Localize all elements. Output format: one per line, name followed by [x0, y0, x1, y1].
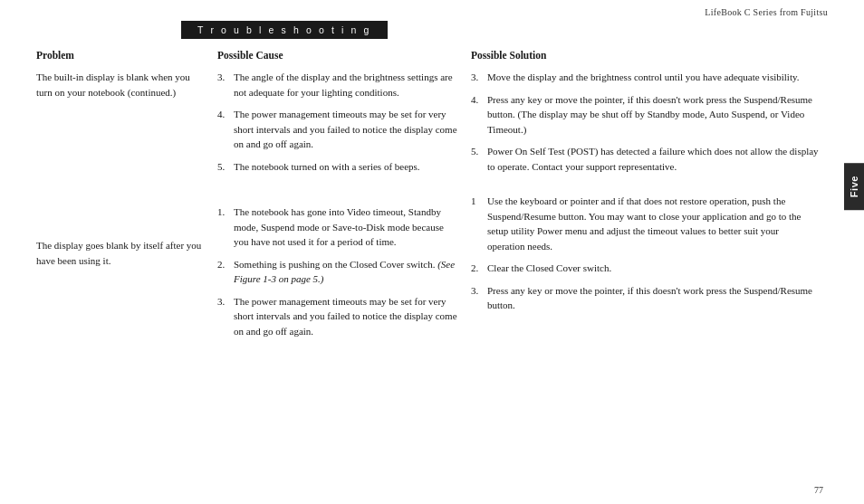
page-container: LifeBook C Series from Fujitsu T r o u b…	[0, 0, 864, 504]
cause2-item1-text: The notebook has gone into Video timeout…	[234, 204, 457, 250]
cause2-item1-number: 1.	[217, 204, 234, 250]
cause1-item1: 3. The angle of the display and the brig…	[217, 70, 457, 100]
section-gap1	[36, 107, 204, 127]
cause1-item2: 4. The power management timeouts may be …	[217, 107, 457, 152]
cause2-item1: 1. The notebook has gone into Video time…	[217, 204, 457, 250]
solution1-item1: 3. Move the display and the brightness c…	[471, 70, 819, 85]
solution2-item2-text: Clear the Closed Cover switch.	[487, 261, 819, 276]
chapter-tab: Five	[844, 163, 864, 210]
cause1-item3-number: 5.	[217, 159, 234, 175]
cause1-item1-text: The angle of the display and the brightn…	[234, 70, 457, 100]
solution2-item3-number: 3.	[471, 283, 487, 313]
cause1-item1-number: 3.	[217, 70, 234, 100]
page-number: 77	[814, 485, 823, 495]
cause-column: Possible Cause 3. The angle of the displ…	[217, 50, 471, 346]
solution2-item3: 3. Press any key or move the pointer, if…	[471, 283, 819, 313]
cause1-item3: 5. The notebook turned on with a series …	[217, 159, 457, 175]
problem1-text: The built-in display is blank when you t…	[36, 70, 204, 100]
solution2-item1: 1 Use the keyboard or pointer and if tha…	[471, 194, 819, 253]
cause2-item3: 3. The power management timeouts may be …	[217, 294, 457, 339]
solution1-item1-text: Move the display and the brightness cont…	[487, 70, 819, 85]
cause2-item2-italic: (See Figure 1-3 on page 5.)	[234, 259, 455, 285]
cause1-item2-text: The power management timeouts may be set…	[234, 107, 457, 152]
solution2-item2-number: 2.	[471, 261, 487, 276]
solution1-item2-text: Press any key or move the pointer, if th…	[487, 92, 819, 138]
solution2-item2: 2. Clear the Closed Cover switch.	[471, 261, 819, 276]
solution1-item3-number: 5.	[471, 144, 487, 174]
solution-column-header: Possible Solution	[471, 50, 819, 61]
solution1-item3: 5. Power On Self Test (POST) has detecte…	[471, 144, 819, 174]
cause2-item2: 2. Something is pushing on the Closed Co…	[217, 257, 457, 287]
cause2-item3-number: 3.	[217, 294, 234, 339]
solution1-item2-number: 4.	[471, 92, 487, 138]
solution1-item1-number: 3.	[471, 70, 487, 85]
cause1-item3-text: The notebook turned on with a series of …	[234, 159, 457, 175]
cause2-item3-text: The power management timeouts may be set…	[234, 294, 457, 339]
cause-column-header: Possible Cause	[217, 50, 457, 61]
page-header: LifeBook C Series from Fujitsu	[0, 0, 864, 21]
problem2-text: The display goes blank by itself after y…	[36, 238, 204, 268]
spacer1	[36, 127, 204, 231]
spacer-causes	[217, 181, 457, 204]
solution2-item1-text: Use the keyboard or pointer and if that …	[487, 194, 819, 253]
header-title: LifeBook C Series from Fujitsu	[705, 7, 828, 17]
cause2-item2-number: 2.	[217, 257, 234, 287]
problem-column-header: Problem	[36, 50, 204, 61]
solution2-item3-text: Press any key or move the pointer, if th…	[487, 283, 819, 313]
section-banner: T r o u b l e s h o o t i n g	[181, 21, 828, 39]
spacer-solutions	[471, 181, 819, 194]
solution1-item2: 4. Press any key or move the pointer, if…	[471, 92, 819, 138]
solution2-item1-number: 1	[471, 194, 487, 253]
cause2-item2-text: Something is pushing on the Closed Cover…	[234, 257, 457, 287]
main-content: Problem The built-in display is blank wh…	[36, 50, 828, 346]
problem-column: Problem The built-in display is blank wh…	[36, 50, 217, 346]
banner-label: T r o u b l e s h o o t i n g	[181, 21, 388, 39]
solution-column: Possible Solution 3. Move the display an…	[471, 50, 828, 346]
cause1-item2-number: 4.	[217, 107, 234, 152]
solution1-item3-text: Power On Self Test (POST) has detected a…	[487, 144, 819, 174]
